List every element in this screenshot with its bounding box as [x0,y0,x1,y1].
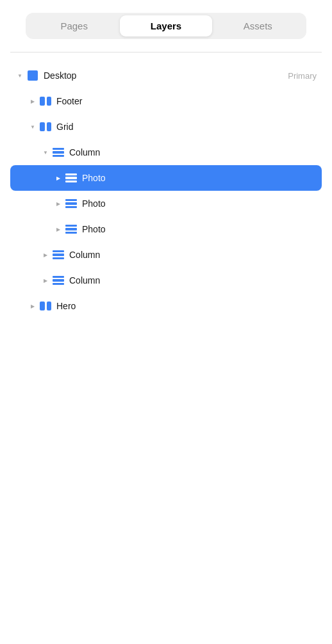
dual-col-icon-grid [40,122,51,131]
icon-frame-hero [40,300,51,312]
stacked-icon-column-2 [53,250,64,259]
layer-label-photo-2: Photo [82,198,317,209]
layer-row-photo-2[interactable]: Photo [10,191,322,216]
layer-label-column-2: Column [69,250,317,260]
stacked-icon-column-1 [53,148,64,157]
chevron-photo-3 [54,225,63,234]
chevron-grid [28,122,37,131]
layer-label-desktop: Desktop [44,70,288,81]
tab-bar: Pages Layers Assets [26,13,306,39]
layer-row-column-3[interactable]: Column [10,268,322,293]
icon-frame-column-3 [53,275,64,286]
square-icon [28,70,38,81]
icon-frame-grid [40,121,51,133]
layer-row-column-2[interactable]: Column [10,242,322,268]
chevron-desktop [15,71,24,80]
icon-frame-photo-2 [65,198,77,209]
chevron-column-2 [41,250,50,259]
stacked-icon-photo-1 [65,173,77,182]
layer-row-footer[interactable]: Footer [10,88,322,114]
layer-badge-desktop: Primary [288,71,317,81]
icon-frame-photo-1 [65,172,77,184]
layer-row-grid[interactable]: Grid [10,114,322,140]
layer-row-column-1[interactable]: Column [10,140,322,165]
tab-pages[interactable]: Pages [28,15,120,36]
layer-label-photo-1: Photo [82,173,317,183]
panel: Pages Layers Assets Desktop Primary Foot… [0,0,332,644]
chevron-hero [28,302,37,310]
stacked-icon-column-3 [53,276,64,285]
layer-row-desktop[interactable]: Desktop Primary [10,63,322,88]
layer-row-photo-3[interactable]: Photo [10,216,322,242]
layer-row-hero[interactable]: Hero [10,293,322,319]
chevron-photo-1 [54,173,63,182]
icon-frame-column-2 [53,249,64,261]
layer-label-column-3: Column [69,275,317,286]
dual-col-icon [40,97,51,106]
layer-label-hero: Hero [56,301,317,311]
icon-frame-footer [40,95,51,107]
divider [10,52,322,52]
tab-layers[interactable]: Layers [120,15,212,36]
layer-label-footer: Footer [56,96,317,106]
stacked-icon-photo-3 [65,225,77,234]
layer-label-photo-3: Photo [82,224,317,234]
layer-row-photo-1[interactable]: Photo [10,165,322,191]
chevron-footer [28,97,37,106]
icon-frame-column-1 [53,147,64,158]
chevron-column-3 [41,276,50,285]
chevron-column-1 [41,148,50,157]
layer-tree: Desktop Primary Footer Grid [10,63,322,319]
layer-label-grid: Grid [56,122,317,132]
layer-label-column-1: Column [69,147,317,157]
stacked-icon-photo-2 [65,199,77,208]
tab-assets[interactable]: Assets [212,15,304,36]
chevron-photo-2 [54,199,63,208]
dual-col-icon-hero [40,302,51,310]
icon-frame-desktop [27,70,38,81]
icon-frame-photo-3 [65,223,77,235]
